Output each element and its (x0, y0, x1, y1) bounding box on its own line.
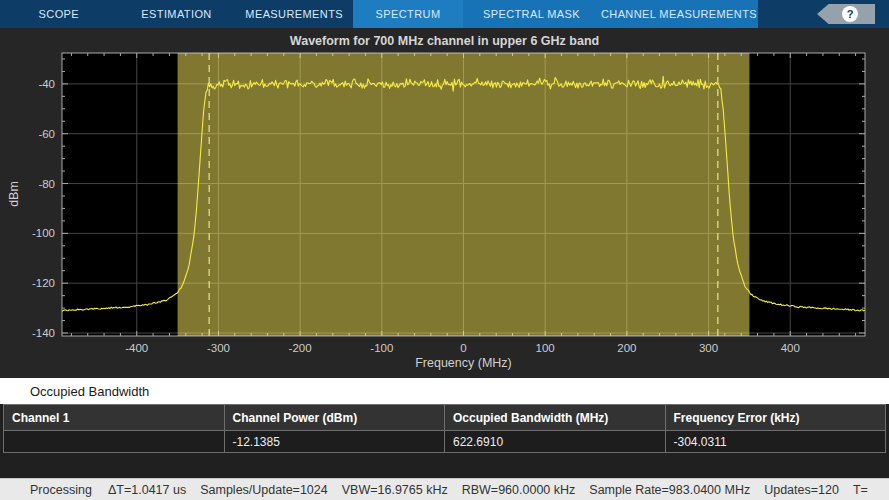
x-tick-label: 100 (536, 342, 555, 354)
y-axis-label: dBm (7, 181, 21, 207)
table-header-row: Channel 1 Channel Power (dBm) Occupied B… (4, 405, 886, 431)
metric-time-truncated: T= (853, 483, 868, 497)
help-icon: ? (842, 6, 858, 22)
tab-channel-measurements[interactable]: CHANNEL MEASUREMENTS (600, 0, 758, 28)
tab-spectral-mask[interactable]: SPECTRAL MASK (463, 0, 600, 28)
occupied-bandwidth-heading-strip: Occupied Bandwidth (0, 378, 889, 404)
x-tick-label: 300 (699, 342, 718, 354)
y-tick-label: -40 (38, 78, 55, 90)
column-header-occupied-bandwidth: Occupied Bandwidth (MHz) (445, 405, 666, 431)
x-tick-label: 200 (617, 342, 636, 354)
plot-title: Waveform for 700 MHz channel in upper 6 … (0, 34, 889, 48)
table-row: -12.1385 622.6910 -304.0311 (4, 431, 886, 453)
spectrum-display-panel[interactable]: -400-300-200-1000100200300400-40-60-80-1… (0, 28, 889, 378)
measurement-table-section: Channel 1 Channel Power (dBm) Occupied B… (3, 404, 886, 453)
x-tick-label: -400 (125, 342, 148, 354)
x-tick-label: 0 (460, 342, 466, 354)
tab-measurements[interactable]: MEASUREMENTS (235, 0, 353, 28)
y-tick-label: -80 (38, 178, 55, 190)
column-header-channel: Channel 1 (4, 405, 225, 431)
tab-scope[interactable]: SCOPE (0, 0, 118, 28)
channel-band-overlay (178, 53, 750, 336)
x-tick-label: 400 (781, 342, 800, 354)
cell-channel (4, 431, 225, 453)
toolstrip-contextual-tabs: SPECTRUM SPECTRAL MASK CHANNEL MEASUREME… (353, 0, 758, 28)
status-state: Processing (30, 483, 108, 497)
x-axis-label: Frequency (MHz) (62, 356, 865, 370)
toolstrip-main-tabs: SCOPE ESTIMATION MEASUREMENTS (0, 0, 353, 28)
x-tick-label: -300 (207, 342, 230, 354)
y-tick-label: -60 (38, 128, 55, 140)
x-tick-label: -200 (289, 342, 312, 354)
cell-channel-power: -12.1385 (224, 431, 445, 453)
metric-delta-t: ΔT=1.0417 us (108, 483, 186, 497)
occupied-bandwidth-table: Channel 1 Channel Power (dBm) Occupied B… (3, 404, 886, 453)
tab-estimation[interactable]: ESTIMATION (118, 0, 236, 28)
x-tick-label: -100 (370, 342, 393, 354)
metric-rbw: RBW=960.0000 kHz (462, 483, 576, 497)
column-header-frequency-error: Frequency Error (kHz) (665, 405, 886, 431)
section-heading: Occupied Bandwidth (30, 384, 149, 399)
spectrum-analyzer-window: SCOPE ESTIMATION MEASUREMENTS SPECTRUM S… (0, 0, 889, 500)
cell-frequency-error: -304.0311 (665, 431, 886, 453)
column-header-channel-power: Channel Power (dBm) (224, 405, 445, 431)
help-button[interactable]: ? (817, 4, 875, 24)
spectrum-plot-canvas[interactable]: -400-300-200-1000100200300400-40-60-80-1… (0, 28, 889, 378)
y-tick-label: -100 (32, 227, 55, 239)
tab-spectrum[interactable]: SPECTRUM (353, 0, 463, 28)
metric-sample-rate: Sample Rate=983.0400 MHz (589, 483, 750, 497)
toolstrip-right-area: ? (758, 0, 889, 28)
metric-vbw: VBW=16.9765 kHz (342, 483, 448, 497)
toolstrip-tab-bar: SCOPE ESTIMATION MEASUREMENTS SPECTRUM S… (0, 0, 889, 28)
y-tick-label: -140 (32, 327, 55, 339)
y-tick-label: -120 (32, 277, 55, 289)
status-metrics: ΔT=1.0417 us Samples/Update=1024 VBW=16.… (108, 483, 868, 497)
metric-updates: Updates=120 (764, 483, 839, 497)
metric-samples-per-update: Samples/Update=1024 (200, 483, 328, 497)
cell-occupied-bandwidth: 622.6910 (445, 431, 666, 453)
status-bar: Processing ΔT=1.0417 us Samples/Update=1… (0, 478, 889, 500)
